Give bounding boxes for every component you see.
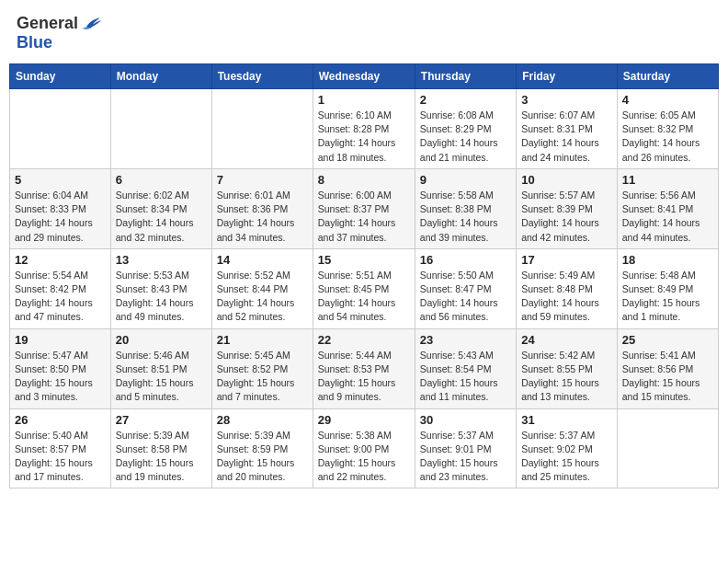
cell-day-number: 30 — [420, 413, 511, 427]
cell-sun-info: Sunrise: 5:48 AM Sunset: 8:49 PM Dayligh… — [622, 269, 713, 325]
weekday-header-cell: Monday — [110, 64, 211, 89]
cell-day-number: 8 — [318, 173, 410, 187]
cell-day-number: 21 — [217, 333, 308, 347]
cell-sun-info: Sunrise: 5:39 AM Sunset: 8:58 PM Dayligh… — [116, 429, 207, 485]
calendar-cell: 3Sunrise: 6:07 AM Sunset: 8:31 PM Daylig… — [517, 89, 618, 169]
cell-sun-info: Sunrise: 5:58 AM Sunset: 8:38 PM Dayligh… — [420, 189, 511, 245]
cell-day-number: 7 — [217, 173, 308, 187]
weekday-header-cell: Tuesday — [211, 64, 313, 89]
cell-sun-info: Sunrise: 6:08 AM Sunset: 8:29 PM Dayligh… — [420, 109, 511, 165]
calendar-cell: 14Sunrise: 5:52 AM Sunset: 8:44 PM Dayli… — [211, 248, 313, 328]
cell-sun-info: Sunrise: 6:01 AM Sunset: 8:36 PM Dayligh… — [217, 189, 308, 245]
calendar-cell: 24Sunrise: 5:42 AM Sunset: 8:55 PM Dayli… — [517, 328, 618, 408]
calendar-cell — [10, 89, 111, 169]
weekday-header-cell: Thursday — [415, 64, 516, 89]
cell-day-number: 10 — [521, 173, 612, 187]
cell-sun-info: Sunrise: 5:41 AM Sunset: 8:56 PM Dayligh… — [622, 349, 713, 405]
cell-day-number: 13 — [116, 253, 207, 267]
calendar-cell: 30Sunrise: 5:37 AM Sunset: 9:01 PM Dayli… — [415, 408, 516, 488]
cell-day-number: 1 — [318, 93, 410, 107]
calendar-cell: 4Sunrise: 6:05 AM Sunset: 8:32 PM Daylig… — [617, 89, 718, 169]
cell-day-number: 14 — [217, 253, 308, 267]
cell-day-number: 29 — [318, 413, 410, 427]
cell-day-number: 27 — [116, 413, 207, 427]
calendar-cell: 19Sunrise: 5:47 AM Sunset: 8:50 PM Dayli… — [10, 328, 111, 408]
calendar-cell — [110, 89, 211, 169]
cell-sun-info: Sunrise: 5:45 AM Sunset: 8:52 PM Dayligh… — [217, 349, 308, 405]
calendar-cell: 15Sunrise: 5:51 AM Sunset: 8:45 PM Dayli… — [313, 248, 415, 328]
calendar-week-row: 26Sunrise: 5:40 AM Sunset: 8:57 PM Dayli… — [10, 408, 719, 488]
calendar-week-row: 5Sunrise: 6:04 AM Sunset: 8:33 PM Daylig… — [10, 168, 719, 248]
logo-bird-icon — [81, 13, 101, 33]
cell-sun-info: Sunrise: 5:52 AM Sunset: 8:44 PM Dayligh… — [217, 269, 308, 325]
cell-day-number: 23 — [420, 333, 511, 347]
calendar-cell: 17Sunrise: 5:49 AM Sunset: 8:48 PM Dayli… — [517, 248, 618, 328]
cell-day-number: 11 — [622, 173, 713, 187]
cell-sun-info: Sunrise: 6:05 AM Sunset: 8:32 PM Dayligh… — [622, 109, 713, 165]
weekday-header-cell: Friday — [517, 64, 618, 89]
logo: General Blue — [17, 13, 101, 52]
calendar-cell: 9Sunrise: 5:58 AM Sunset: 8:38 PM Daylig… — [415, 168, 516, 248]
cell-day-number: 25 — [622, 333, 713, 347]
calendar-week-row: 1Sunrise: 6:10 AM Sunset: 8:28 PM Daylig… — [10, 89, 719, 169]
weekday-header-row: SundayMondayTuesdayWednesdayThursdayFrid… — [10, 64, 719, 89]
cell-sun-info: Sunrise: 5:44 AM Sunset: 8:53 PM Dayligh… — [318, 349, 410, 405]
cell-day-number: 19 — [15, 333, 106, 347]
cell-day-number: 15 — [318, 253, 410, 267]
cell-sun-info: Sunrise: 5:46 AM Sunset: 8:51 PM Dayligh… — [116, 349, 207, 405]
calendar-cell: 23Sunrise: 5:43 AM Sunset: 8:54 PM Dayli… — [415, 328, 516, 408]
cell-sun-info: Sunrise: 6:02 AM Sunset: 8:34 PM Dayligh… — [116, 189, 207, 245]
calendar-cell: 28Sunrise: 5:39 AM Sunset: 8:59 PM Dayli… — [211, 408, 313, 488]
cell-day-number: 9 — [420, 173, 511, 187]
cell-sun-info: Sunrise: 6:00 AM Sunset: 8:37 PM Dayligh… — [318, 189, 410, 245]
cell-day-number: 18 — [622, 253, 713, 267]
cell-sun-info: Sunrise: 5:47 AM Sunset: 8:50 PM Dayligh… — [15, 349, 106, 405]
cell-day-number: 16 — [420, 253, 511, 267]
cell-sun-info: Sunrise: 5:37 AM Sunset: 9:01 PM Dayligh… — [420, 429, 511, 485]
cell-day-number: 26 — [15, 413, 106, 427]
cell-day-number: 5 — [15, 173, 106, 187]
cell-day-number: 6 — [116, 173, 207, 187]
calendar-cell: 26Sunrise: 5:40 AM Sunset: 8:57 PM Dayli… — [10, 408, 111, 488]
cell-sun-info: Sunrise: 6:04 AM Sunset: 8:33 PM Dayligh… — [15, 189, 106, 245]
cell-sun-info: Sunrise: 5:54 AM Sunset: 8:42 PM Dayligh… — [15, 269, 106, 325]
cell-day-number: 2 — [420, 93, 511, 107]
cell-day-number: 4 — [622, 93, 713, 107]
cell-sun-info: Sunrise: 5:49 AM Sunset: 8:48 PM Dayligh… — [521, 269, 612, 325]
calendar-cell: 25Sunrise: 5:41 AM Sunset: 8:56 PM Dayli… — [617, 328, 718, 408]
cell-day-number: 24 — [521, 333, 612, 347]
calendar-cell: 22Sunrise: 5:44 AM Sunset: 8:53 PM Dayli… — [313, 328, 415, 408]
cell-day-number: 17 — [521, 253, 612, 267]
calendar-cell: 29Sunrise: 5:38 AM Sunset: 9:00 PM Dayli… — [313, 408, 415, 488]
calendar-cell: 27Sunrise: 5:39 AM Sunset: 8:58 PM Dayli… — [110, 408, 211, 488]
cell-sun-info: Sunrise: 5:43 AM Sunset: 8:54 PM Dayligh… — [420, 349, 511, 405]
calendar-cell: 18Sunrise: 5:48 AM Sunset: 8:49 PM Dayli… — [617, 248, 718, 328]
calendar-cell: 13Sunrise: 5:53 AM Sunset: 8:43 PM Dayli… — [110, 248, 211, 328]
calendar-cell: 16Sunrise: 5:50 AM Sunset: 8:47 PM Dayli… — [415, 248, 516, 328]
calendar-cell — [211, 89, 313, 169]
cell-sun-info: Sunrise: 5:53 AM Sunset: 8:43 PM Dayligh… — [116, 269, 207, 325]
calendar-cell: 7Sunrise: 6:01 AM Sunset: 8:36 PM Daylig… — [211, 168, 313, 248]
calendar-cell: 20Sunrise: 5:46 AM Sunset: 8:51 PM Dayli… — [110, 328, 211, 408]
calendar-cell: 5Sunrise: 6:04 AM Sunset: 8:33 PM Daylig… — [10, 168, 111, 248]
calendar-cell — [617, 408, 718, 488]
calendar-table: SundayMondayTuesdayWednesdayThursdayFrid… — [9, 63, 719, 488]
cell-sun-info: Sunrise: 5:38 AM Sunset: 9:00 PM Dayligh… — [318, 429, 410, 485]
weekday-header-cell: Saturday — [617, 64, 718, 89]
cell-sun-info: Sunrise: 5:37 AM Sunset: 9:02 PM Dayligh… — [521, 429, 612, 485]
logo-general-text: General — [17, 14, 78, 33]
calendar-cell: 21Sunrise: 5:45 AM Sunset: 8:52 PM Dayli… — [211, 328, 313, 408]
cell-sun-info: Sunrise: 5:40 AM Sunset: 8:57 PM Dayligh… — [15, 429, 106, 485]
cell-day-number: 28 — [217, 413, 308, 427]
cell-day-number: 20 — [116, 333, 207, 347]
logo-blue-text: Blue — [17, 33, 52, 52]
cell-day-number: 31 — [521, 413, 612, 427]
calendar-cell: 12Sunrise: 5:54 AM Sunset: 8:42 PM Dayli… — [10, 248, 111, 328]
cell-sun-info: Sunrise: 5:51 AM Sunset: 8:45 PM Dayligh… — [318, 269, 410, 325]
cell-sun-info: Sunrise: 5:39 AM Sunset: 8:59 PM Dayligh… — [217, 429, 308, 485]
cell-sun-info: Sunrise: 5:50 AM Sunset: 8:47 PM Dayligh… — [420, 269, 511, 325]
weekday-header-cell: Wednesday — [313, 64, 415, 89]
cell-day-number: 22 — [318, 333, 410, 347]
cell-sun-info: Sunrise: 6:07 AM Sunset: 8:31 PM Dayligh… — [521, 109, 612, 165]
calendar-week-row: 12Sunrise: 5:54 AM Sunset: 8:42 PM Dayli… — [10, 248, 719, 328]
